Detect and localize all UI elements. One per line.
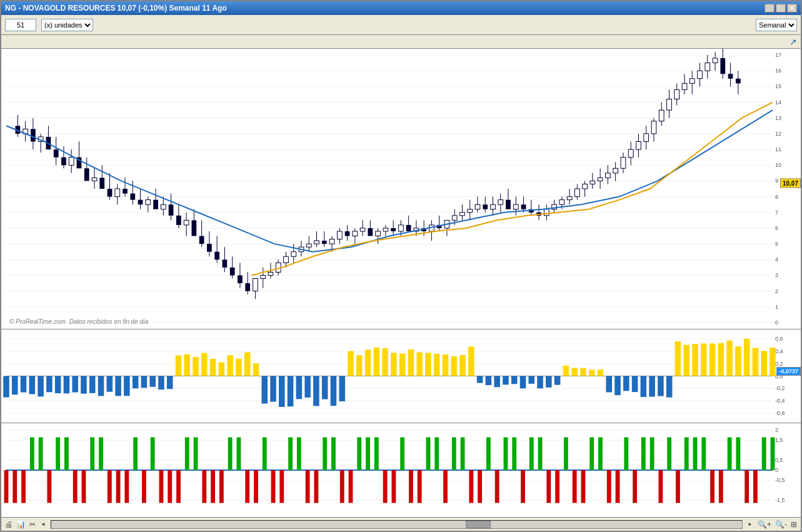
scrollbar-thumb[interactable]: [466, 521, 491, 528]
indicator-chart: -0,0737: [1, 329, 801, 423]
chart-icon[interactable]: 📊: [16, 520, 26, 529]
scrollbar[interactable]: [51, 520, 743, 529]
current-price-label: 10,07: [780, 179, 801, 188]
zoom-out-icon[interactable]: 🔍-: [775, 520, 787, 529]
chart-area: 10,07 -0,0737: [1, 49, 801, 517]
nav-bar: ↗: [1, 35, 801, 49]
minimize-button[interactable]: _: [764, 4, 774, 13]
signal-chart: [1, 423, 801, 517]
signal-chart-canvas: [1, 423, 801, 517]
maximize-button[interactable]: □: [776, 4, 786, 13]
scroll-left-arrow[interactable]: ◄: [39, 521, 47, 527]
close-button[interactable]: ✕: [787, 4, 797, 13]
toolbar: (x) unidades Semanal Diario Mensual: [1, 15, 801, 35]
statusbar: 🖨 📊 ✂ ◄ ► 🔍+ 🔍- ⊞: [1, 517, 801, 531]
indicator-chart-canvas: [1, 329, 801, 423]
indicator-label: -0,0737: [776, 367, 801, 376]
cut-icon[interactable]: ✂: [29, 520, 36, 529]
zoom-reset-icon[interactable]: ⊞: [791, 520, 797, 529]
period-unit-select[interactable]: (x) unidades: [41, 19, 93, 31]
print-icon[interactable]: 🖨: [5, 520, 13, 529]
title-text: NG - NOVAGOLD RESOURCES 10,07 (-0,10%) S…: [5, 4, 227, 13]
title-bar: NG - NOVAGOLD RESOURCES 10,07 (-0,10%) S…: [1, 1, 801, 15]
timeframe-select[interactable]: Semanal Diario Mensual: [756, 19, 797, 31]
scroll-right-arrow[interactable]: ►: [746, 521, 754, 527]
app-window: NG - NOVAGOLD RESOURCES 10,07 (-0,10%) S…: [0, 0, 802, 532]
period-input[interactable]: [5, 19, 36, 31]
main-chart: 10,07: [1, 49, 801, 329]
zoom-in-icon[interactable]: 🔍+: [758, 520, 771, 529]
title-bar-buttons: _ □ ✕: [764, 4, 797, 13]
nav-icon[interactable]: ↗: [789, 37, 797, 47]
main-chart-canvas: [1, 49, 801, 329]
